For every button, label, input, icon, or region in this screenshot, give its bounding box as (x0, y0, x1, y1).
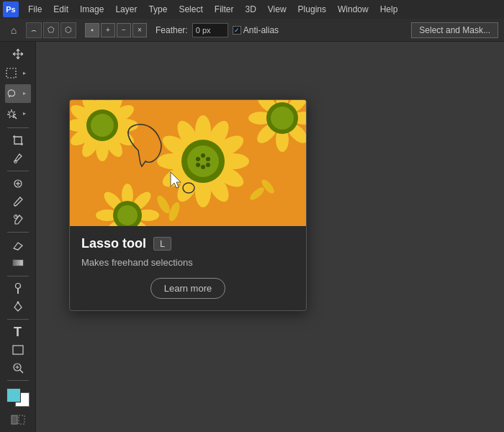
lasso-freehand-icon[interactable]: ⌢ (26, 22, 42, 38)
new-selection-icon[interactable]: ▪ (85, 23, 99, 37)
magic-wand-tool[interactable] (6, 104, 17, 123)
menu-type[interactable]: Type (143, 3, 172, 16)
tooltip-content: Lasso tool L Makes freehand selections L… (70, 226, 306, 310)
pen-tool[interactable] (5, 298, 31, 315)
feather-label: Feather: (156, 25, 188, 35)
foreground-color-swatch[interactable] (6, 388, 21, 402)
anti-alias-label[interactable]: ✓ Anti-alias (233, 25, 279, 35)
svg-point-9 (15, 284, 20, 289)
menu-image[interactable]: Image (75, 3, 109, 16)
toolbar-divider-5 (7, 319, 29, 320)
svg-rect-17 (12, 415, 17, 424)
tooltip-shortcut-key: L (153, 237, 171, 251)
home-icon[interactable]: ⌂ (6, 22, 22, 38)
zoom-tool[interactable] (5, 360, 31, 377)
eyedropper-tool[interactable] (5, 150, 31, 166)
svg-point-35 (206, 157, 210, 161)
dodge-tool[interactable] (5, 281, 31, 297)
anti-alias-text: Anti-alias (243, 25, 279, 35)
ellipse-marquee-tool[interactable]: ▸ (19, 64, 30, 83)
gradient-tool[interactable] (5, 255, 31, 271)
eraser-tool[interactable] (5, 237, 31, 253)
svg-rect-18 (19, 415, 24, 424)
options-bar: ⌂ ⌢ ⬠ ⬡ ▪ + − × Feather: ✓ Anti-alias Se… (0, 19, 504, 42)
toolbar-divider-2 (7, 171, 29, 171)
select-mask-button[interactable]: Select and Mask... (411, 22, 498, 38)
svg-point-63 (271, 107, 294, 130)
canvas-area: Lasso tool L Makes freehand selections L… (36, 42, 504, 432)
ps-logo: Ps (3, 1, 19, 17)
marquee-tools[interactable]: ▸ (5, 64, 31, 83)
svg-point-37 (201, 165, 205, 169)
toolbar-divider-4 (7, 276, 29, 276)
menu-bar: Ps File Edit Image Layer Type Select Fil… (0, 0, 504, 19)
clone-tool[interactable] (5, 212, 31, 228)
lasso-variants: ⌢ ⬠ ⬡ (26, 22, 76, 38)
magic-wand-group[interactable]: ▸ (5, 104, 31, 123)
menu-edit[interactable]: Edit (48, 3, 73, 16)
menu-select[interactable]: Select (174, 3, 207, 16)
quick-mask-tool[interactable] (5, 411, 31, 428)
crop-tool[interactable] (5, 132, 31, 149)
toolbar-divider-1 (7, 127, 29, 128)
lasso-expand-icon[interactable]: ▸ (19, 84, 30, 103)
tooltip-popup: Lasso tool L Makes freehand selections L… (69, 99, 307, 311)
svg-point-34 (201, 153, 205, 158)
svg-line-14 (20, 370, 23, 373)
svg-rect-8 (13, 260, 23, 266)
menu-3d[interactable]: 3D (240, 3, 261, 16)
svg-point-36 (206, 163, 210, 167)
wand-expand-icon[interactable]: ▸ (19, 104, 30, 123)
svg-point-73 (117, 205, 138, 225)
svg-point-53 (91, 114, 114, 137)
brush-tool[interactable] (5, 194, 31, 210)
tooltip-image (70, 100, 306, 226)
menu-layer[interactable]: Layer (110, 3, 142, 16)
color-swatches[interactable] (5, 388, 31, 407)
add-selection-icon[interactable]: + (101, 23, 115, 37)
feather-input[interactable] (192, 23, 228, 37)
anti-alias-checkbox[interactable]: ✓ (233, 26, 241, 35)
menu-view[interactable]: View (263, 3, 292, 16)
shape-tool[interactable] (5, 342, 31, 359)
svg-rect-12 (13, 346, 23, 354)
subtract-selection-icon[interactable]: − (117, 23, 131, 37)
rect-marquee-tool[interactable] (6, 64, 17, 83)
menu-file[interactable]: File (23, 3, 47, 16)
tooltip-tool-name: Lasso tool (81, 236, 146, 251)
svg-point-33 (187, 145, 219, 177)
intersect-selection-icon[interactable]: × (132, 23, 147, 37)
move-tool[interactable] (5, 46, 31, 63)
lasso-tool[interactable] (6, 84, 17, 103)
menu-window[interactable]: Window (333, 3, 374, 16)
menu-filter[interactable]: Filter (210, 3, 239, 16)
svg-line-7 (14, 248, 18, 250)
main-area: ▸ ▸ ▸ (0, 42, 504, 432)
menu-plugins[interactable]: Plugins (293, 3, 331, 16)
toolbar-divider-6 (7, 380, 29, 381)
toolbar-divider-3 (7, 232, 29, 233)
svg-point-11 (17, 301, 19, 303)
svg-point-39 (196, 157, 200, 161)
left-toolbar: ▸ ▸ ▸ (0, 42, 36, 432)
menu-help[interactable]: Help (375, 3, 403, 16)
lasso-polygonal-icon[interactable]: ⬠ (43, 22, 59, 38)
svg-rect-0 (6, 68, 16, 78)
tooltip-title: Lasso tool L (81, 236, 294, 251)
lasso-tool-group[interactable]: ▸ (5, 84, 31, 103)
selection-mode-icons: ▪ + − × (85, 23, 147, 37)
learn-more-button[interactable]: Learn more (150, 278, 225, 299)
svg-point-38 (196, 163, 200, 167)
lasso-magnetic-icon[interactable]: ⬡ (60, 22, 76, 38)
tooltip-description: Makes freehand selections (81, 257, 294, 268)
heal-tool[interactable] (5, 176, 31, 192)
text-tool[interactable]: T (5, 324, 31, 341)
